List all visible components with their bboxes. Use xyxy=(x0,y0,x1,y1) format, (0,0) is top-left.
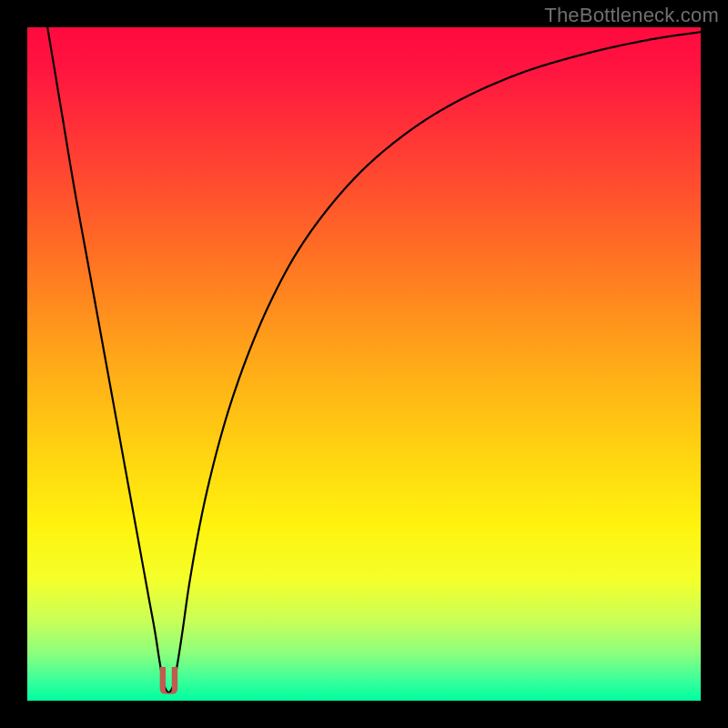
plot-area xyxy=(27,27,701,701)
min-tick-icon xyxy=(160,667,177,694)
watermark-label: TheBottleneck.com xyxy=(544,4,719,27)
chart-frame: TheBottleneck.com xyxy=(0,0,728,728)
bottleneck-curve xyxy=(47,27,701,693)
curve-layer xyxy=(27,27,701,701)
